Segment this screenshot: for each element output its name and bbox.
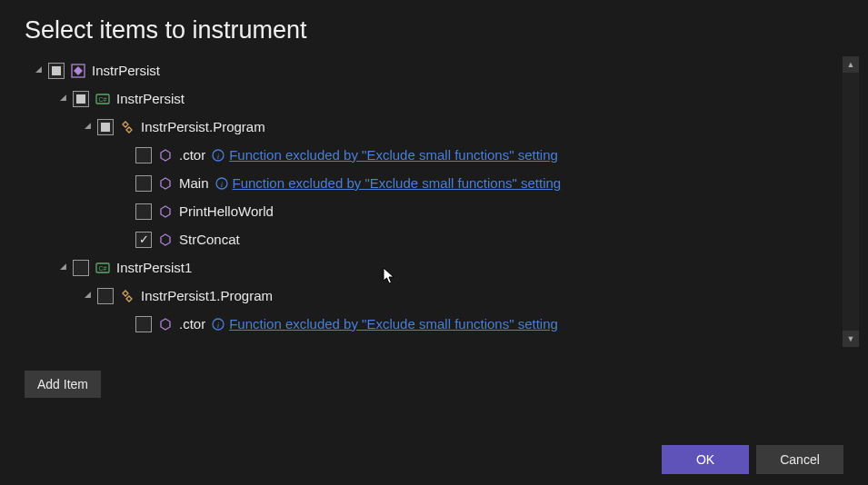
method-icon [157, 203, 174, 220]
checkbox[interactable] [135, 232, 152, 248]
dialog-button-bar: OK Cancel [662, 445, 843, 474]
tree-row-project[interactable]: ◢ C# InstrPersist1 [25, 253, 832, 282]
checkbox[interactable] [73, 260, 89, 276]
tree-label: InstrPersist.Program [141, 119, 265, 134]
scroll-down-button[interactable]: ▼ [843, 331, 859, 347]
tree-row-class[interactable]: ◢ InstrPersist.Program [25, 113, 832, 141]
csharp-project-icon: C# [95, 91, 111, 107]
expander-icon[interactable]: ◢ [56, 262, 69, 274]
solution-icon [70, 63, 86, 79]
tree-label: PrintHelloWorld [179, 203, 274, 219]
info-icon[interactable]: i [215, 176, 229, 191]
ok-button[interactable]: OK [662, 445, 749, 474]
tree-row-project[interactable]: ◢ C# InstrPersist [25, 84, 832, 113]
checkbox[interactable] [48, 63, 65, 79]
expander-icon[interactable]: ◢ [32, 64, 45, 77]
method-icon [157, 147, 174, 163]
tree-label: InstrPersist [116, 91, 185, 106]
excluded-link[interactable]: Function excluded by "Exclude small func… [229, 316, 558, 332]
checkbox[interactable] [97, 288, 114, 304]
class-icon [119, 288, 135, 304]
method-icon [157, 175, 174, 192]
tree-label: Main [179, 175, 209, 191]
vertical-scrollbar[interactable]: ▲ ▼ [843, 56, 859, 347]
checkbox[interactable] [73, 91, 89, 107]
tree-row-method[interactable]: Main i Function excluded by "Exclude sma… [25, 169, 832, 197]
svg-text:i: i [217, 151, 220, 160]
info-icon[interactable]: i [211, 148, 225, 163]
excluded-link[interactable]: Function excluded by "Exclude small func… [229, 147, 558, 163]
method-icon [157, 232, 174, 248]
tree-label: .ctor [179, 316, 205, 332]
checkbox[interactable] [135, 175, 152, 192]
info-icon[interactable]: i [211, 317, 225, 332]
cancel-button[interactable]: Cancel [756, 445, 843, 474]
page-title: Select items to instrument [0, 0, 868, 45]
csharp-project-icon: C# [95, 260, 111, 276]
method-icon [157, 316, 174, 332]
checkbox[interactable] [135, 203, 152, 220]
checkbox[interactable] [135, 147, 152, 163]
svg-text:C#: C# [99, 265, 107, 272]
svg-text:i: i [217, 320, 220, 329]
class-icon [119, 119, 135, 135]
tree-label: InstrPersist [92, 63, 160, 78]
tree-row-method[interactable]: .ctor i Function excluded by "Exclude sm… [25, 310, 832, 338]
svg-text:C#: C# [99, 96, 107, 103]
tree-row-class[interactable]: ◢ InstrPersist1.Program [25, 282, 832, 310]
expander-icon[interactable]: ◢ [56, 93, 69, 105]
tree-label: InstrPersist1 [116, 260, 192, 275]
tree-row-method[interactable]: StrConcat [25, 225, 832, 253]
tree-row-method[interactable]: PrintHelloWorld [25, 197, 832, 225]
checkbox[interactable] [97, 119, 114, 135]
tree-label: StrConcat [179, 232, 240, 247]
excluded-link[interactable]: Function excluded by "Exclude small func… [233, 175, 562, 191]
expander-icon[interactable]: ◢ [81, 290, 94, 302]
add-item-button[interactable]: Add Item [25, 371, 101, 398]
scroll-up-button[interactable]: ▲ [843, 56, 859, 73]
expander-icon[interactable]: ◢ [81, 121, 94, 134]
tree-label: .ctor [179, 147, 205, 163]
tree-view: ◢ InstrPersist ◢ C# InstrPersist ◢ Instr… [25, 56, 832, 353]
svg-text:i: i [220, 179, 223, 188]
tree-label: InstrPersist1.Program [141, 288, 273, 303]
tree-row-solution[interactable]: ◢ InstrPersist [25, 56, 832, 84]
tree-row-method[interactable]: .ctor i Function excluded by "Exclude sm… [25, 141, 832, 169]
checkbox[interactable] [135, 316, 152, 332]
